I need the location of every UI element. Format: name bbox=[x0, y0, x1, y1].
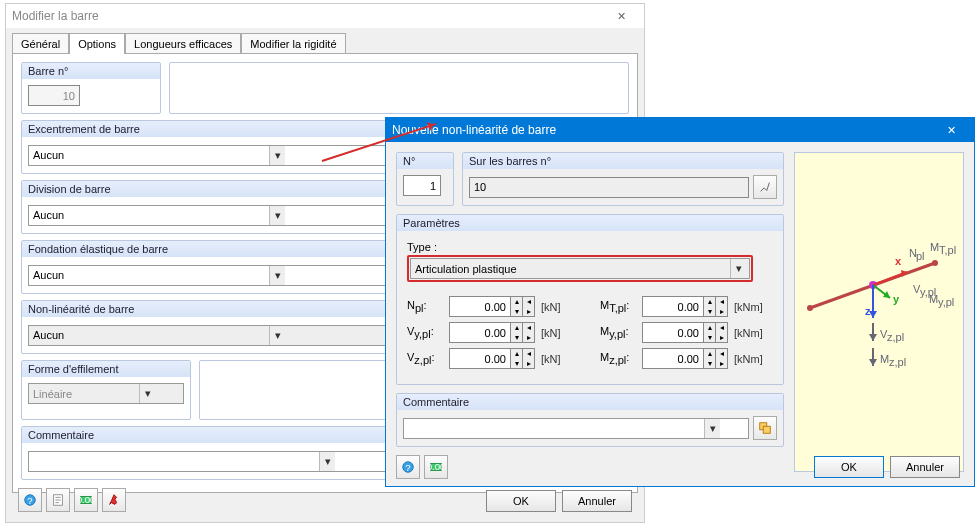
type-combo[interactable]: ▾ bbox=[410, 258, 750, 279]
svg-text:x: x bbox=[895, 255, 902, 267]
svg-text:y: y bbox=[893, 293, 900, 305]
cancel-button[interactable]: Annuler bbox=[890, 456, 960, 478]
svg-point-23 bbox=[932, 260, 938, 266]
cancel-button[interactable]: Annuler bbox=[562, 490, 632, 512]
vzpl-unit: [kN] bbox=[541, 353, 575, 365]
nonlin-value[interactable] bbox=[29, 326, 269, 345]
forme-combo[interactable]: ▾ bbox=[28, 383, 184, 404]
bars-group: Sur les barres n° bbox=[462, 152, 784, 206]
help-icon[interactable]: ? bbox=[396, 455, 420, 479]
vypl-unit: [kN] bbox=[541, 327, 575, 339]
division-value[interactable] bbox=[29, 206, 269, 225]
npl-spinner[interactable]: ▴▾◂▸ bbox=[449, 296, 535, 317]
chevron-down-icon: ▾ bbox=[269, 146, 285, 165]
barre-no-label: Barre n° bbox=[22, 63, 160, 79]
excent-value[interactable] bbox=[29, 146, 269, 165]
tab-lengths[interactable]: Longueurs efficaces bbox=[125, 33, 241, 54]
npl-unit: [kN] bbox=[541, 301, 575, 313]
vzpl-input[interactable] bbox=[449, 348, 511, 369]
mypl-input[interactable] bbox=[642, 322, 704, 343]
vypl-spinner[interactable]: ▴▾◂▸ bbox=[449, 322, 535, 343]
npl-input[interactable] bbox=[449, 296, 511, 317]
svg-text:0.00: 0.00 bbox=[429, 461, 443, 472]
help-icon[interactable]: ? bbox=[18, 488, 42, 512]
mzpl-input[interactable] bbox=[642, 348, 704, 369]
empty-group bbox=[169, 62, 629, 114]
comment-input[interactable] bbox=[29, 452, 319, 471]
chevron-down-icon: ▾ bbox=[269, 266, 285, 285]
pushpin-icon[interactable] bbox=[102, 488, 126, 512]
params-label: Paramètres bbox=[397, 215, 783, 231]
dialog-buttons: OK Annuler bbox=[814, 456, 960, 478]
preview-diagram: x y z Npl MT,pl Vy,pl My,pl Vz,pl Mz,pl bbox=[795, 153, 965, 453]
type-highlight: ▾ bbox=[407, 255, 753, 282]
mtpl-input[interactable] bbox=[642, 296, 704, 317]
titlebar: Modifier la barre ✕ bbox=[6, 4, 644, 28]
param-mypl: My,pl: ▴▾◂▸ [kNm] bbox=[600, 322, 773, 343]
new-nonlinearity-dialog: Nouvelle non-linéarité de barre ✕ N° Sur… bbox=[385, 117, 975, 487]
comment-input[interactable] bbox=[404, 419, 704, 438]
vypl-input[interactable] bbox=[449, 322, 511, 343]
pick-icon[interactable] bbox=[753, 175, 777, 199]
chevron-down-icon: ▾ bbox=[269, 206, 285, 225]
tabs: Général Options Longueurs efficaces Modi… bbox=[6, 28, 644, 53]
no-group: N° bbox=[396, 152, 454, 206]
svg-text:z,pl: z,pl bbox=[887, 331, 904, 343]
mzpl-spinner[interactable]: ▴▾◂▸ bbox=[642, 348, 728, 369]
comment-pick-icon[interactable] bbox=[753, 416, 777, 440]
comment-label: Commentaire bbox=[397, 394, 783, 410]
chevron-down-icon: ▾ bbox=[139, 384, 155, 403]
ok-button[interactable]: OK bbox=[814, 456, 884, 478]
svg-marker-47 bbox=[869, 359, 877, 366]
units-icon[interactable]: 0.00 bbox=[424, 455, 448, 479]
svg-marker-43 bbox=[869, 334, 877, 341]
svg-text:pl: pl bbox=[916, 250, 925, 262]
forme-group: Forme d'effilement ▾ bbox=[21, 360, 191, 420]
param-vzpl: Vz,pl: ▴▾◂▸ [kN] bbox=[407, 348, 580, 369]
svg-text:M: M bbox=[930, 241, 939, 253]
units-icon[interactable]: 0.00 bbox=[74, 488, 98, 512]
svg-point-22 bbox=[807, 305, 813, 311]
chevron-down-icon: ▾ bbox=[704, 419, 720, 438]
svg-text:z: z bbox=[865, 305, 871, 317]
comment-group: Commentaire ▾ bbox=[396, 393, 784, 447]
mypl-spinner[interactable]: ▴▾◂▸ bbox=[642, 322, 728, 343]
barre-no-group: Barre n° bbox=[21, 62, 161, 114]
svg-text:M: M bbox=[929, 293, 938, 305]
fondation-value[interactable] bbox=[29, 266, 269, 285]
vzpl-label: Vz,pl: bbox=[407, 351, 443, 366]
no-input[interactable] bbox=[403, 175, 441, 196]
titlebar: Nouvelle non-linéarité de barre ✕ bbox=[386, 118, 974, 142]
svg-text:z,pl: z,pl bbox=[889, 356, 906, 368]
svg-text:y,pl: y,pl bbox=[938, 296, 954, 308]
tab-general[interactable]: Général bbox=[12, 33, 69, 54]
forme-value[interactable] bbox=[29, 384, 139, 403]
close-icon[interactable]: ✕ bbox=[604, 5, 638, 27]
param-vypl: Vy,pl: ▴▾◂▸ [kN] bbox=[407, 322, 580, 343]
bars-label: Sur les barres n° bbox=[463, 153, 783, 169]
dialog-title: Modifier la barre bbox=[12, 9, 604, 23]
close-icon[interactable]: ✕ bbox=[934, 119, 968, 141]
mzpl-unit: [kNm] bbox=[734, 353, 768, 365]
mtpl-label: MT,pl: bbox=[600, 299, 636, 314]
dialog-content: N° Sur les barres n° Paramètres Type : bbox=[386, 142, 974, 482]
barre-no-input[interactable] bbox=[28, 85, 80, 106]
ok-button[interactable]: OK bbox=[486, 490, 556, 512]
type-label: Type : bbox=[407, 241, 773, 253]
svg-text:0.00: 0.00 bbox=[79, 494, 93, 505]
type-value[interactable] bbox=[411, 259, 730, 278]
param-npl: Npl: ▴▾◂▸ [kN] bbox=[407, 296, 580, 317]
preview-panel: x y z Npl MT,pl Vy,pl My,pl Vz,pl Mz,pl bbox=[794, 152, 964, 472]
tab-options[interactable]: Options bbox=[69, 33, 125, 54]
params-group: Paramètres Type : ▾ Npl: ▴▾◂▸ bbox=[396, 214, 784, 385]
tab-stiffness[interactable]: Modifier la rigidité bbox=[241, 33, 345, 54]
dialog-title: Nouvelle non-linéarité de barre bbox=[392, 123, 934, 137]
svg-text:M: M bbox=[880, 353, 889, 365]
comment-combo[interactable]: ▾ bbox=[403, 418, 749, 439]
vzpl-spinner[interactable]: ▴▾◂▸ bbox=[449, 348, 535, 369]
mtpl-spinner[interactable]: ▴▾◂▸ bbox=[642, 296, 728, 317]
mypl-unit: [kNm] bbox=[734, 327, 768, 339]
notes-icon[interactable] bbox=[46, 488, 70, 512]
toolbar-icons: ? 0.00 bbox=[18, 488, 126, 512]
bars-input[interactable] bbox=[469, 177, 749, 198]
